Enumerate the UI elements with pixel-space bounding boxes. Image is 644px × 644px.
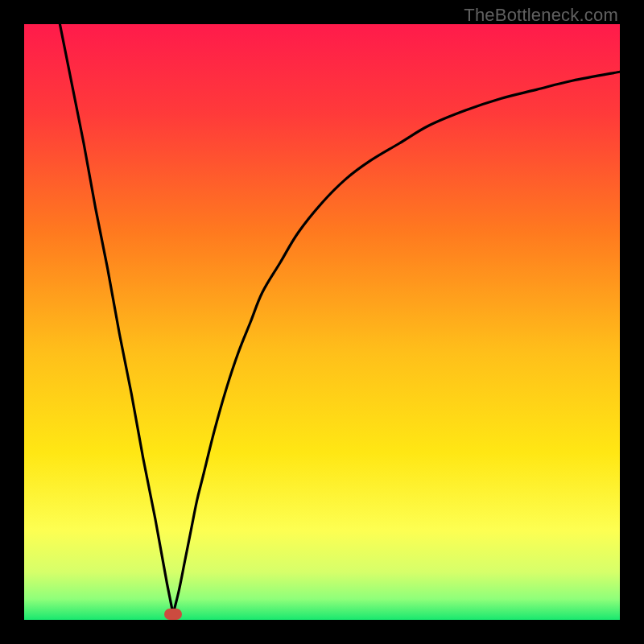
- bottleneck-chart: [24, 24, 620, 620]
- gradient-background: [24, 24, 620, 620]
- watermark-text: TheBottleneck.com: [464, 5, 618, 26]
- chart-frame: [24, 24, 620, 620]
- bottleneck-marker: [164, 609, 182, 620]
